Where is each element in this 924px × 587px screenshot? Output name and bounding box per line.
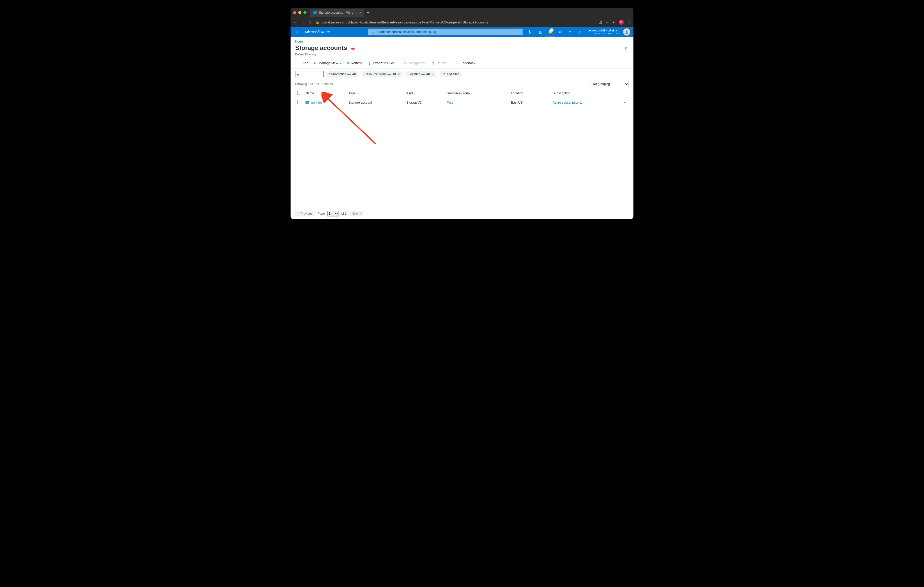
refresh-icon: ↻ bbox=[346, 61, 349, 65]
clear-filter-icon[interactable]: ✕ bbox=[431, 73, 434, 76]
divider bbox=[450, 61, 451, 65]
cloud-shell-icon[interactable]: ❯_ bbox=[526, 27, 535, 37]
location-filter-pill[interactable]: Location == all ✕ bbox=[406, 71, 437, 77]
tag-icon: 🏷 bbox=[404, 61, 408, 65]
browser-menu-icon[interactable]: ⋮ bbox=[627, 20, 631, 24]
name-filter-input[interactable] bbox=[295, 71, 323, 77]
refresh-button[interactable]: ↻Refresh bbox=[344, 60, 365, 66]
page-label: Page bbox=[318, 212, 325, 215]
url-field[interactable]: 🔒 portal.azure.com/#blade/HubsExtension/… bbox=[315, 20, 595, 24]
column-subscription[interactable]: Subscription↑↓ bbox=[551, 89, 620, 98]
search-placeholder: Search resources, services, and docs (G+… bbox=[376, 30, 436, 34]
chevron-right-icon: › bbox=[305, 40, 306, 43]
manage-view-button[interactable]: ⚙Manage view▾ bbox=[312, 60, 343, 66]
download-icon: ⭳ bbox=[368, 61, 371, 65]
sort-icon: ↑↓ bbox=[524, 92, 527, 95]
maximize-window-button[interactable] bbox=[304, 11, 307, 14]
forward-button[interactable]: → bbox=[301, 20, 305, 25]
storage-account-icon bbox=[305, 101, 309, 104]
notifications-icon[interactable]: 🔔1 bbox=[545, 27, 555, 37]
export-csv-button[interactable]: ⭳Export to CSV bbox=[366, 60, 396, 66]
lock-icon: 🔒 bbox=[315, 20, 319, 24]
extensions-icon[interactable]: ✦ bbox=[612, 20, 615, 24]
brand-label[interactable]: Microsoft Azure bbox=[303, 30, 332, 34]
url-text: portal.azure.com/#blade/HubsExtension/Br… bbox=[322, 20, 488, 24]
grouping-select[interactable]: No grouping bbox=[590, 81, 629, 87]
svg-line-1 bbox=[327, 97, 376, 144]
row-more-menu[interactable]: ⋯ bbox=[622, 100, 627, 105]
profile-avatar-button[interactable]: B bbox=[619, 20, 624, 25]
assign-tags-button: 🏷Assign tags bbox=[402, 60, 428, 66]
breadcrumb: Home › bbox=[290, 37, 634, 43]
browser-address-bar: ← → ⟳ 🔒 portal.azure.com/#blade/HubsExte… bbox=[290, 18, 634, 27]
notification-badge: 1 bbox=[550, 28, 554, 32]
user-email: bennett.goh@workato.c... bbox=[587, 29, 620, 32]
browser-tab[interactable]: A Storage accounts - Microsoft A × bbox=[310, 9, 364, 17]
close-blade-button[interactable]: ✕ bbox=[622, 44, 629, 52]
column-kind[interactable]: Kind↑↓ bbox=[404, 89, 445, 98]
blade-content: Home › Storage accounts 📌 ✕ Default Dire… bbox=[290, 37, 634, 219]
page-title: Storage accounts bbox=[295, 44, 347, 51]
select-all-checkbox[interactable] bbox=[297, 91, 301, 95]
gear-icon: ⚙ bbox=[314, 61, 317, 65]
previous-page-button[interactable]: < Previous bbox=[295, 211, 315, 217]
page-of-text: of 1 bbox=[342, 212, 346, 215]
resource-name-link[interactable]: workato bbox=[311, 101, 322, 104]
trash-icon: 🗑 bbox=[431, 61, 435, 65]
feedback-button[interactable]: ♡Feedback bbox=[454, 60, 477, 66]
divider bbox=[399, 61, 399, 65]
add-button[interactable]: ＋Add bbox=[295, 59, 310, 66]
chevron-down-icon: ▾ bbox=[340, 62, 341, 64]
sort-icon: ↑↓ bbox=[315, 92, 318, 95]
cell-kind: StorageV2 bbox=[404, 98, 445, 107]
resource-group-link[interactable]: Test bbox=[447, 101, 453, 104]
star-icon[interactable]: ☆ bbox=[606, 20, 609, 24]
user-avatar-icon[interactable] bbox=[623, 28, 630, 36]
svg-point-0 bbox=[626, 30, 627, 32]
page-subtitle: Default Directory bbox=[290, 52, 634, 59]
global-search-input[interactable]: 🔍 Search resources, services, and docs (… bbox=[368, 29, 523, 35]
column-resource-group[interactable]: Resource group↑↓ bbox=[445, 89, 509, 98]
add-filter-button[interactable]: ⧩ Add filter bbox=[439, 71, 462, 77]
sort-icon: ↑↓ bbox=[571, 92, 574, 95]
clear-filter-icon[interactable]: ✕ bbox=[398, 73, 400, 76]
records-count-text: Showing 1 to 1 of 1 records. bbox=[295, 82, 333, 86]
arrow-annotation bbox=[322, 92, 381, 146]
hamburger-menu-icon[interactable]: ≡ bbox=[290, 30, 303, 35]
resource-group-filter-pill[interactable]: Resource group == all ✕ bbox=[361, 71, 403, 77]
sort-icon: ↑↓ bbox=[414, 92, 416, 95]
feedback-face-icon[interactable]: ☺ bbox=[575, 27, 584, 37]
column-location[interactable]: Location↑↓ bbox=[509, 89, 551, 98]
command-bar: ＋Add ⚙Manage view▾ ↻Refresh ⭳Export to C… bbox=[290, 59, 634, 69]
tab-title: Storage accounts - Microsoft A bbox=[319, 11, 357, 15]
window-controls bbox=[293, 11, 307, 14]
user-directory: DEFAULT DIRECTORY bbox=[587, 32, 620, 35]
close-tab-icon[interactable]: × bbox=[359, 11, 361, 15]
help-icon[interactable]: ? bbox=[565, 27, 575, 37]
reload-button[interactable]: ⟳ bbox=[309, 20, 312, 25]
pager: < Previous Page 1 of 1 Next > bbox=[295, 211, 363, 217]
breadcrumb-home[interactable]: Home bbox=[295, 40, 304, 43]
search-icon: 🔍 bbox=[370, 30, 375, 34]
close-window-button[interactable] bbox=[293, 11, 296, 14]
back-button[interactable]: ← bbox=[293, 20, 297, 25]
key-icon[interactable]: ⚿ bbox=[599, 20, 602, 24]
delete-button: 🗑Delete bbox=[429, 60, 448, 66]
next-page-button[interactable]: Next > bbox=[349, 211, 363, 217]
azure-top-bar: ≡ Microsoft Azure 🔍 Search resources, se… bbox=[290, 27, 634, 37]
azure-favicon: A bbox=[313, 11, 317, 15]
pin-icon[interactable]: 📌 bbox=[349, 45, 356, 52]
new-tab-button[interactable]: + bbox=[367, 10, 369, 15]
browser-tab-bar: A Storage accounts - Microsoft A × + bbox=[290, 8, 634, 18]
row-checkbox[interactable] bbox=[297, 100, 301, 104]
plus-icon: ＋ bbox=[297, 61, 301, 65]
directories-icon[interactable]: ▥ bbox=[535, 27, 545, 37]
settings-icon[interactable]: ⚙ bbox=[555, 27, 565, 37]
user-account-block[interactable]: bennett.goh@workato.c... DEFAULT DIRECTO… bbox=[584, 29, 623, 35]
minimize-window-button[interactable] bbox=[298, 11, 301, 14]
subscription-filter-pill[interactable]: Subscription == all bbox=[326, 71, 359, 77]
subscription-link[interactable]: Azure subscription 1 bbox=[553, 101, 582, 104]
cell-location: East US bbox=[509, 98, 551, 107]
sort-icon: ↑↓ bbox=[471, 92, 474, 95]
page-select[interactable]: 1 bbox=[327, 211, 339, 217]
